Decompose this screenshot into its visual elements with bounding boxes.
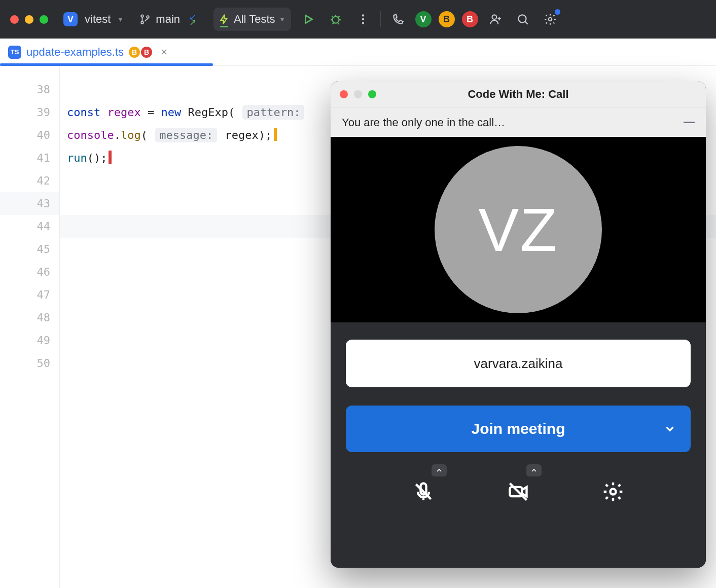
- avatar-3[interactable]: B: [462, 11, 478, 27]
- svg-point-4: [362, 14, 364, 16]
- more-button[interactable]: [353, 9, 373, 29]
- avatar-2[interactable]: B: [439, 11, 455, 27]
- chevron-down-icon[interactable]: [663, 422, 676, 435]
- settings-button[interactable]: [540, 9, 560, 29]
- branch-name[interactable]: main: [156, 13, 180, 26]
- add-user-button[interactable]: [485, 9, 506, 29]
- expand-control-icon[interactable]: [526, 464, 542, 476]
- call-settings-button[interactable]: [597, 475, 629, 508]
- editor-tab-bar: TS update-examples.ts B B ✕: [0, 39, 716, 66]
- call-window: Code With Me: Call You are the only one …: [331, 81, 706, 568]
- camera-toggle[interactable]: [502, 475, 534, 508]
- collapse-icon[interactable]: [684, 122, 695, 123]
- run-button[interactable]: [298, 9, 318, 29]
- marker-icon: [109, 151, 112, 164]
- bolt-icon: [219, 13, 230, 26]
- call-titlebar[interactable]: Code With Me: Call: [331, 81, 706, 107]
- ts-file-icon: TS: [8, 46, 21, 59]
- svg-point-0: [141, 15, 144, 17]
- call-controls: [346, 475, 691, 508]
- branch-icon[interactable]: [139, 14, 151, 25]
- chevron-down-icon: ▾: [280, 15, 284, 23]
- search-button[interactable]: [513, 9, 533, 29]
- close-icon[interactable]: [10, 15, 19, 24]
- badge-icon: B: [141, 47, 152, 58]
- svg-point-8: [518, 15, 526, 22]
- svg-point-12: [610, 489, 616, 495]
- call-title: Code With Me: Call: [331, 88, 706, 101]
- svg-point-6: [362, 22, 364, 24]
- run-config-label: All Tests: [234, 13, 275, 26]
- call-subtitle-bar: You are the only one in the call…: [331, 107, 706, 137]
- username-input[interactable]: varvara.zaikina: [346, 340, 691, 387]
- svg-point-9: [548, 18, 552, 21]
- call-button[interactable]: [388, 9, 408, 29]
- divider: [380, 11, 381, 27]
- svg-point-1: [141, 21, 144, 24]
- badge-icon: B: [129, 47, 140, 58]
- debug-button[interactable]: [326, 9, 346, 29]
- active-tab-indicator: [0, 63, 213, 66]
- call-body: varvara.zaikina Join meeting: [331, 322, 706, 568]
- call-video-area: VZ: [331, 137, 706, 322]
- join-meeting-button[interactable]: Join meeting: [346, 406, 691, 452]
- zoom-icon[interactable]: [368, 90, 376, 98]
- close-tab-button[interactable]: ✕: [160, 47, 168, 58]
- close-icon[interactable]: [340, 90, 348, 98]
- minimize-icon[interactable]: [25, 15, 33, 24]
- call-traffic-lights[interactable]: [340, 90, 376, 98]
- minimize-icon[interactable]: [354, 90, 362, 98]
- tab-filename: update-examples.ts: [26, 46, 124, 59]
- tab-badges: B B: [129, 47, 152, 58]
- expand-control-icon[interactable]: [432, 464, 447, 476]
- svg-point-5: [362, 18, 364, 20]
- join-label: Join meeting: [471, 420, 565, 437]
- svg-point-3: [332, 17, 339, 23]
- svg-point-2: [147, 16, 150, 18]
- project-name[interactable]: vitest: [85, 13, 111, 26]
- zoom-icon[interactable]: [40, 15, 48, 24]
- svg-point-7: [492, 15, 496, 19]
- mic-toggle[interactable]: [407, 475, 440, 508]
- project-badge: V: [63, 12, 78, 26]
- avatar-1[interactable]: V: [415, 11, 432, 27]
- participant-avatar: VZ: [435, 146, 602, 313]
- chevron-down-icon[interactable]: ▾: [119, 15, 122, 23]
- editor-tab[interactable]: TS update-examples.ts B B ✕: [0, 39, 176, 65]
- call-status-text: You are the only one in the call…: [342, 116, 505, 129]
- vcs-update-icon[interactable]: ↙↗: [189, 14, 196, 25]
- marker-icon: [274, 128, 277, 141]
- window-traffic-lights[interactable]: [7, 15, 51, 24]
- ide-toolbar: V vitest ▾ main ↙↗ All Tests ▾ V B B: [0, 0, 716, 39]
- run-config-dropdown[interactable]: All Tests ▾: [213, 8, 291, 31]
- gutter: 38394041424344454647484950: [0, 66, 60, 588]
